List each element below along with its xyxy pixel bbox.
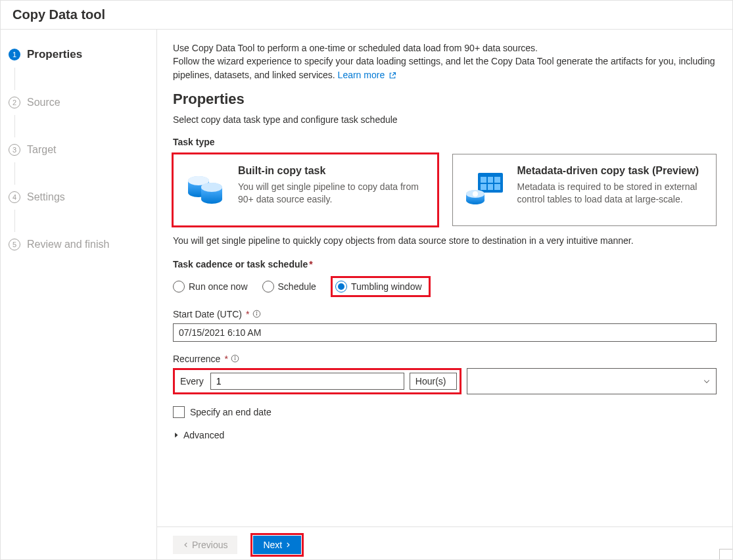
radio-tumbling-window[interactable]: Tumbling window (335, 281, 422, 292)
step-properties[interactable]: 1 Properties (1, 41, 156, 68)
step-label: Target (27, 144, 56, 156)
pipeline-icon (184, 168, 226, 210)
wizard-footer: Previous Next (157, 526, 732, 560)
step-number-icon: 3 (9, 144, 20, 156)
checkbox-label: Specify an end date (190, 407, 272, 417)
properties-heading: Properties (173, 91, 717, 108)
card-title: Metadata-driven copy task (Preview) (517, 165, 706, 177)
chevron-down-icon (703, 377, 711, 385)
checkbox-icon (173, 406, 185, 418)
svg-point-17 (235, 357, 235, 358)
start-date-group: Start Date (UTC) * (173, 309, 717, 342)
highlight-box: Tumbling window (331, 276, 431, 297)
step-label: Settings (27, 191, 65, 203)
advanced-label: Advanced (183, 430, 224, 440)
card-title: Built-in copy task (238, 165, 427, 177)
card-metadata-driven-copy-task[interactable]: Metadata-driven copy task (Preview) Meta… (452, 154, 717, 226)
required-asterisk: * (309, 259, 312, 269)
learn-more-link[interactable]: Learn more (338, 70, 396, 80)
main-panel: Use Copy Data Tool to perform a one-time… (157, 30, 732, 560)
radio-icon (173, 281, 185, 292)
required-asterisk: * (246, 309, 249, 319)
start-date-label: Start Date (UTC) * (173, 309, 717, 319)
chevron-left-icon (183, 542, 189, 548)
step-number-icon: 5 (9, 239, 20, 250)
card-desc: Metadata is required to be stored in ext… (517, 181, 706, 206)
step-label: Properties (27, 48, 82, 61)
step-settings[interactable]: 4 Settings (1, 185, 156, 210)
step-connector (14, 68, 156, 90)
info-icon[interactable] (252, 310, 261, 319)
properties-desc: Select copy data task type and configure… (173, 114, 717, 125)
cadence-label-text: Task cadence or task schedule (173, 259, 308, 269)
radio-label: Schedule (278, 281, 316, 292)
previous-button-label: Previous (192, 540, 227, 550)
svg-point-14 (256, 312, 257, 313)
next-button-label: Next (263, 540, 282, 550)
task-type-cards: Built-in copy task You will get single p… (173, 154, 717, 226)
start-date-input[interactable] (173, 323, 717, 342)
page-title: Copy Data tool (1, 1, 732, 30)
card-desc: You will get single pipeline to copy dat… (238, 181, 427, 206)
radio-schedule[interactable]: Schedule (262, 281, 316, 292)
intro-text: Use Copy Data Tool to perform a one-time… (173, 41, 717, 82)
step-number-icon: 1 (9, 49, 20, 60)
main-content: Use Copy Data Tool to perform a one-time… (157, 30, 732, 526)
wizard-body: 1 Properties 2 Source 3 Target 4 Setting… (1, 30, 732, 560)
step-connector (14, 162, 156, 185)
radio-icon (335, 281, 347, 292)
cadence-radio-group: Run once now Schedule Tumbling window (173, 276, 717, 297)
radio-icon (262, 281, 274, 292)
external-link-icon (389, 72, 396, 80)
wizard-sidebar: 1 Properties 2 Source 3 Target 4 Setting… (1, 30, 157, 560)
recurrence-group: Recurrence * Every Hour(s) (173, 354, 717, 394)
step-review-finish[interactable]: 5 Review and finish (1, 232, 156, 257)
metadata-icon (463, 168, 506, 210)
specify-end-date-checkbox[interactable]: Specify an end date (173, 406, 717, 418)
every-label: Every (177, 376, 205, 386)
svg-point-3 (201, 183, 222, 192)
radio-label: Run once now (189, 281, 248, 292)
card-body: Built-in copy task You will get single p… (238, 165, 427, 206)
cadence-label: Task cadence or task schedule* (173, 259, 717, 269)
recurrence-value-input[interactable] (210, 373, 404, 390)
step-source[interactable]: 2 Source (1, 90, 156, 115)
step-connector (14, 115, 156, 137)
previous-button[interactable]: Previous (173, 536, 237, 554)
card-builtin-copy-task[interactable]: Built-in copy task You will get single p… (173, 154, 438, 226)
learn-more-label: Learn more (338, 70, 385, 80)
start-date-label-text: Start Date (UTC) (173, 309, 242, 319)
info-icon[interactable] (231, 354, 240, 363)
task-type-label: Task type (173, 137, 717, 147)
radio-label: Tumbling window (351, 281, 422, 292)
recurrence-unit-select[interactable] (467, 368, 717, 394)
card-body: Metadata-driven copy task (Preview) Meta… (517, 165, 706, 206)
svg-point-11 (473, 191, 478, 197)
recurrence-label-text: Recurrence (173, 354, 220, 364)
intro-line1: Use Copy Data Tool to perform a one-time… (173, 43, 538, 53)
recurrence-label: Recurrence * (173, 354, 717, 364)
advanced-toggle[interactable]: Advanced (173, 429, 717, 442)
step-label: Review and finish (27, 239, 109, 250)
resize-corner (719, 549, 732, 560)
intro-line2: Follow the wizard experience to specify … (173, 56, 715, 80)
chevron-right-icon (285, 542, 291, 548)
step-connector (14, 210, 156, 232)
next-button[interactable]: Next (253, 536, 301, 554)
step-number-icon: 2 (9, 97, 20, 108)
recurrence-unit-box: Hour(s) (410, 373, 457, 390)
required-asterisk: * (224, 354, 227, 364)
task-type-hint: You will get single pipeline to quickly … (173, 235, 717, 246)
step-number-icon: 4 (9, 191, 20, 203)
radio-run-once-now[interactable]: Run once now (173, 281, 248, 292)
step-target[interactable]: 3 Target (1, 137, 156, 162)
step-label: Source (27, 97, 60, 108)
chevron-right-icon (173, 432, 179, 438)
recurrence-row: Every Hour(s) (173, 368, 717, 394)
highlight-box: Every Hour(s) (173, 368, 461, 394)
